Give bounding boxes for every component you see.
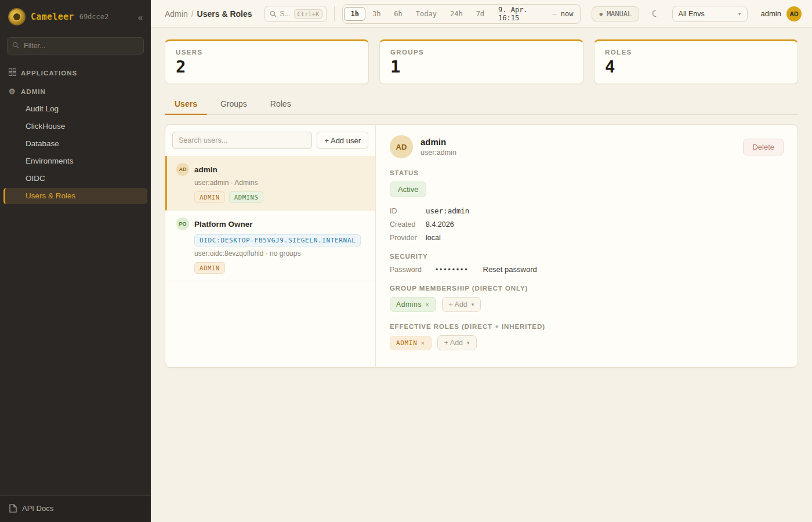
tab-users[interactable]: Users: [165, 95, 207, 115]
effective-roles-chips: ADMIN × + Add ▾: [390, 335, 784, 350]
sidebar-item-environments[interactable]: Environments: [3, 153, 147, 169]
remove-group-icon[interactable]: ×: [425, 301, 429, 308]
sidebar: Cameleer 69dcce2 « APPLICATIONS: [0, 0, 151, 522]
user-meta: user:oidc:8evzqofluhld · no groups: [194, 249, 367, 258]
role-badge-admin: ADMIN: [194, 191, 225, 203]
refresh-mode-button[interactable]: ● MANUAL: [592, 6, 639, 21]
group-membership-heading: GROUP MEMBERSHIP (DIRECT ONLY): [390, 285, 784, 292]
group-chip-admins: Admins ×: [390, 297, 436, 312]
field-value-created: 8.4.2026: [426, 220, 784, 229]
users-panel: + Add user AD admin user:admin · Admins …: [165, 124, 798, 368]
user-badges: ADMIN: [194, 262, 367, 274]
field-label-created: Created: [390, 220, 426, 229]
tab-groups[interactable]: Groups: [211, 95, 257, 115]
sidebar-section-applications: APPLICATIONS: [0, 63, 151, 81]
sidebar-item-clickhouse[interactable]: ClickHouse: [3, 118, 147, 135]
avatar: AD: [390, 135, 413, 158]
avatar: AD: [176, 163, 189, 176]
api-docs-label: API Docs: [22, 504, 53, 513]
breadcrumb-admin[interactable]: Admin: [165, 9, 188, 19]
sidebar-item-users-roles[interactable]: Users & Roles: [3, 188, 147, 204]
gear-icon: ⚙: [8, 87, 16, 96]
group-chip-label: Admins: [396, 300, 422, 309]
status-heading: STATUS: [390, 169, 784, 176]
environment-select-value: All Envs: [679, 10, 705, 18]
global-search-text: S...: [280, 10, 291, 18]
search-icon: [12, 42, 19, 49]
header-user: admin AD: [761, 6, 802, 21]
role-chip-admin: ADMIN ×: [390, 336, 432, 350]
user-list-toolbar: + Add user: [165, 125, 375, 156]
sidebar-item-database[interactable]: Database: [3, 136, 147, 152]
brand-build-id: 69dcce2: [79, 13, 109, 21]
time-range-3h[interactable]: 3h: [366, 7, 387, 21]
sidebar-item-oidc[interactable]: OIDC: [3, 171, 147, 187]
detail-header: AD admin user:admin Delete: [390, 135, 784, 158]
breadcrumb: Admin / Users & Roles: [165, 9, 252, 19]
password-masked-value: ••••••••: [436, 266, 469, 274]
sidebar-section-label[interactable]: ADMIN: [21, 88, 46, 95]
time-range-picker: 1h 3h 6h Today 24h 7d 9. Apr. 16:15 — no…: [342, 4, 581, 24]
date-range-from: 9. Apr. 16:15: [498, 6, 548, 22]
avatar[interactable]: AD: [786, 6, 802, 21]
sidebar-footer-api-docs[interactable]: API Docs: [0, 495, 151, 522]
breadcrumb-separator: /: [191, 9, 194, 19]
user-list-item-admin[interactable]: AD admin user:admin · Admins ADMIN ADMIN…: [165, 156, 375, 211]
password-row: Password •••••••• Reset password: [390, 265, 784, 274]
content: USERS 2 GROUPS 1 ROLES 4 Users Groups Ro…: [151, 28, 812, 522]
stat-value: 1: [390, 57, 572, 77]
stat-card-users: USERS 2: [165, 39, 369, 84]
detail-identity: admin user:admin: [420, 137, 456, 157]
time-range-6h[interactable]: 6h: [387, 7, 408, 21]
add-role-button[interactable]: + Add ▾: [437, 335, 477, 350]
stat-label: GROUPS: [390, 49, 572, 56]
stat-card-groups: GROUPS 1: [379, 39, 583, 84]
stat-value: 2: [176, 57, 358, 77]
user-row: AD admin: [176, 163, 367, 176]
reset-password-link[interactable]: Reset password: [483, 265, 537, 274]
header-user-name: admin: [761, 9, 781, 18]
chevron-down-icon: ▾: [467, 340, 470, 346]
time-range-24h[interactable]: 24h: [444, 7, 469, 21]
sidebar-logo-row: Cameleer 69dcce2 «: [0, 0, 151, 35]
brand-name: Cameleer: [31, 12, 74, 22]
main-area: Admin / Users & Roles S... Ctrl+K 1h 3h …: [151, 0, 812, 522]
stat-label: USERS: [176, 49, 358, 56]
user-name: admin: [194, 165, 217, 174]
user-badges: ADMIN ADMINS: [194, 191, 367, 203]
sidebar-section-label[interactable]: APPLICATIONS: [21, 70, 77, 77]
role-badge-admin: ADMIN: [194, 262, 225, 274]
tab-bar: Users Groups Roles: [165, 95, 798, 115]
time-range-7d[interactable]: 7d: [470, 7, 491, 21]
moon-icon: ☾: [651, 9, 659, 19]
sidebar-admin-items: Audit Log ClickHouse Database Environmen…: [0, 99, 151, 208]
search-shortcut-badge: Ctrl+K: [294, 9, 323, 19]
time-range-today[interactable]: Today: [409, 7, 443, 21]
sidebar-collapse-icon[interactable]: «: [138, 12, 143, 22]
stat-value: 4: [605, 57, 787, 77]
effective-roles-heading: EFFECTIVE ROLES (DIRECT + INHERITED): [390, 323, 784, 330]
tab-roles[interactable]: Roles: [260, 95, 301, 115]
stat-cards: USERS 2 GROUPS 1 ROLES 4: [165, 39, 798, 84]
sidebar-filter-input[interactable]: [7, 37, 144, 55]
time-range-1h[interactable]: 1h: [344, 7, 365, 21]
date-range-to: now: [561, 10, 574, 18]
dark-mode-toggle[interactable]: ☾: [647, 6, 664, 21]
add-user-button[interactable]: + Add user: [317, 132, 368, 149]
delete-user-button[interactable]: Delete: [743, 139, 784, 155]
date-range-display[interactable]: 9. Apr. 16:15 — now: [491, 6, 579, 22]
brand-logo-icon: [8, 8, 26, 26]
sidebar-item-audit-log[interactable]: Audit Log: [3, 101, 147, 117]
sidebar-section-admin: ⚙ ADMIN: [0, 81, 151, 99]
security-heading: SECURITY: [390, 253, 784, 260]
remove-role-icon[interactable]: ×: [420, 339, 425, 347]
breadcrumb-current: Users & Roles: [197, 9, 252, 19]
add-group-button[interactable]: + Add ▾: [442, 297, 481, 312]
global-search[interactable]: S... Ctrl+K: [264, 6, 327, 22]
environment-select[interactable]: All Envs ▾: [672, 6, 748, 22]
header-divider: [334, 6, 335, 21]
chevron-down-icon: ▾: [738, 10, 741, 17]
user-name: Platform Owner: [194, 220, 253, 229]
user-list-item-platform-owner[interactable]: PO Platform Owner OIDC:DESKTOP-FB5VGJ9.S…: [165, 211, 375, 281]
search-users-input[interactable]: [172, 132, 312, 149]
